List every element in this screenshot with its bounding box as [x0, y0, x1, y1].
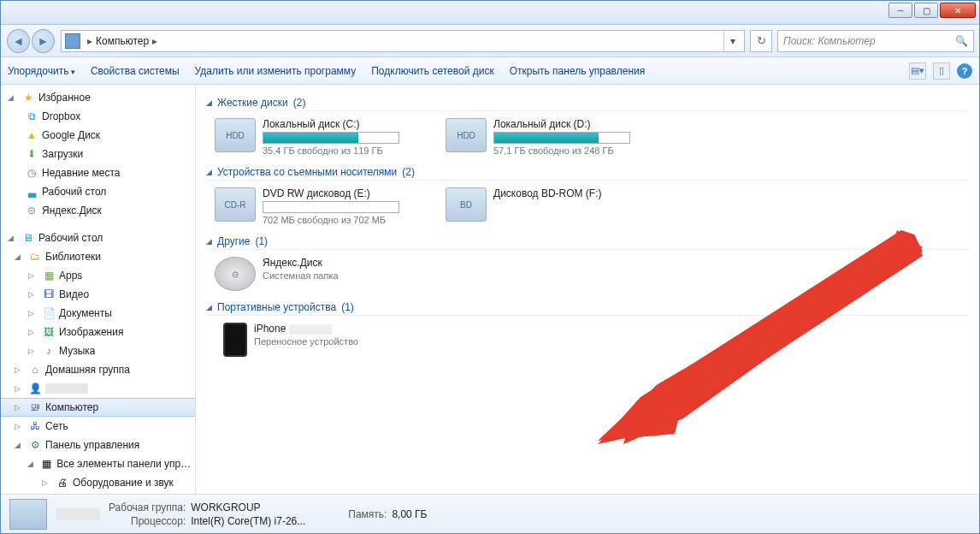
minimize-button[interactable]: ─ [888, 3, 912, 18]
yandex-disk-icon: ⊝ [215, 257, 256, 291]
computer-icon [65, 33, 80, 49]
drive-yandex[interactable]: ⊝ Яндекс.Диск Системная папка [215, 257, 428, 291]
drive-capacity: 57,1 ГБ свободно из 248 ГБ [493, 145, 659, 156]
gdrive-icon: ▲ [25, 128, 38, 142]
tree-downloads[interactable]: ⬇Загрузки [1, 145, 195, 163]
apps-icon: ▦ [42, 269, 56, 282]
recent-icon: ◷ [25, 166, 38, 180]
group-title: Портативные устройства [217, 301, 336, 313]
tree-homegroup[interactable]: ▷⌂Домашняя группа [1, 360, 195, 379]
tree-desktop[interactable]: ◢🖥Рабочий стол [1, 228, 195, 247]
group-title: Другие [217, 235, 250, 247]
map-drive-button[interactable]: Подключить сетевой диск [371, 65, 493, 77]
drive-sub: Системная папка [263, 270, 428, 281]
group-removable[interactable]: ◢ Устройства со съемными носителями (2) [206, 166, 969, 181]
bd-icon: BD [446, 187, 487, 222]
drive-capacity: 702 МБ свободно из 702 МБ [263, 215, 428, 225]
maximize-button[interactable]: ▢ [914, 3, 938, 18]
group-count: (1) [341, 301, 354, 313]
desktop-icon: 🖥 [21, 231, 35, 245]
toolbar: Упорядочить Свойства системы Удалить или… [1, 57, 979, 85]
drive-d[interactable]: HDD Локальный диск (D:) 57,1 ГБ свободно… [446, 118, 659, 156]
view-button[interactable]: ▤▾ [909, 62, 926, 80]
svg-marker-1 [598, 384, 675, 444]
libraries-icon: 🗂 [28, 250, 42, 264]
open-control-panel-button[interactable]: Открыть панель управления [510, 65, 646, 77]
hdd-icon: HDD [215, 118, 256, 152]
drive-name: DVD RW дисковод (E:) [263, 187, 428, 199]
tree-user[interactable]: ▷👤 [1, 379, 195, 398]
drive-capacity: 35,4 ГБ свободно из 119 ГБ [263, 145, 428, 156]
computer-icon: 🖳 [28, 400, 42, 414]
network-icon: 🖧 [28, 419, 42, 433]
tree-recent[interactable]: ◷Недавние места [1, 163, 195, 182]
system-properties-button[interactable]: Свойства системы [91, 65, 180, 77]
cpl-all-icon: ▦ [40, 457, 53, 471]
hdd-icon: HDD [446, 118, 487, 152]
organize-menu[interactable]: Упорядочить [8, 65, 75, 77]
cpu-value: Intel(R) Core(TM) i7-26... [191, 515, 305, 527]
uninstall-program-button[interactable]: Удалить или изменить программу [195, 65, 357, 77]
tree-apps[interactable]: ▷▦Apps [1, 266, 195, 285]
tree-computer[interactable]: ▷🖳Компьютер [1, 398, 195, 417]
group-title: Устройства со съемными носителями [217, 166, 397, 178]
preview-pane-button[interactable]: ▯ [933, 62, 950, 80]
breadcrumb-dropdown[interactable]: ▾ [723, 30, 741, 52]
chevron-down-icon: ◢ [206, 237, 212, 246]
close-button[interactable]: ✕ [940, 3, 976, 18]
help-button[interactable]: ? [957, 63, 972, 79]
chevron-right-icon: ▸ [149, 35, 161, 47]
pictures-icon: 🖼 [42, 325, 56, 339]
body: ◢★Избранное ⧉Dropbox ▲Google Диск ⬇Загру… [1, 85, 979, 494]
content-pane: ◢ Жесткие диски (2) HDD Локальный диск (… [196, 85, 979, 494]
chevron-down-icon: ◢ [206, 168, 212, 176]
tree-favorites[interactable]: ◢★Избранное [1, 88, 195, 107]
documents-icon: 📄 [42, 306, 56, 320]
drive-c[interactable]: HDD Локальный диск (C:) 35,4 ГБ свободно… [215, 118, 428, 156]
tree-dropbox[interactable]: ⧉Dropbox [1, 107, 195, 126]
svg-marker-3 [598, 384, 679, 441]
tree-pictures[interactable]: ▷🖼Изображения [1, 323, 195, 341]
tree-documents[interactable]: ▷📄Документы [1, 304, 195, 323]
tree-network[interactable]: ▷🖧Сеть [1, 417, 195, 436]
tree-videos[interactable]: ▷🎞Видео [1, 285, 195, 304]
desktop-icon: ▃ [25, 185, 38, 199]
status-bar: Рабочая группа: WORKGROUP Процессор: Int… [1, 494, 979, 533]
titlebar: ─ ▢ ✕ [1, 1, 979, 25]
breadcrumb[interactable]: ▸ Компьютер ▸ ▾ [61, 30, 745, 52]
tree-cpl-all[interactable]: ◢▦Все элементы панели управле [1, 454, 195, 473]
chevron-right-icon: ▸ [84, 35, 96, 47]
drive-iphone[interactable]: iPhone Переносное устройство [215, 323, 428, 357]
computer-icon [9, 499, 47, 530]
nav-arrows: ◄ ► [6, 28, 56, 54]
back-button[interactable]: ◄ [7, 29, 30, 53]
breadcrumb-item[interactable]: Компьютер [96, 35, 149, 47]
search-input[interactable]: Поиск: Компьютер 🔍 [777, 30, 974, 52]
tree-cpl-hw[interactable]: ▷🖨Оборудование и звук [1, 473, 195, 492]
workgroup-value: WORKGROUP [191, 501, 305, 513]
user-icon: 👤 [28, 382, 42, 395]
tree-yandex[interactable]: ⊝Яндекс.Диск [1, 201, 195, 220]
control-panel-icon: ⚙ [28, 438, 42, 452]
tree-music[interactable]: ▷♪Музыка [1, 341, 195, 360]
drive-f[interactable]: BD Дисковод BD-ROM (F:) [446, 187, 659, 225]
forward-button[interactable]: ► [32, 29, 55, 53]
nav-bar: ◄ ► ▸ Компьютер ▸ ▾ ↻ Поиск: Компьютер 🔍 [1, 25, 979, 57]
video-icon: 🎞 [42, 288, 56, 301]
refresh-button[interactable]: ↻ [750, 30, 772, 52]
music-icon: ♪ [42, 344, 56, 358]
capacity-bar [263, 201, 399, 213]
tree-desktop-fav[interactable]: ▃Рабочий стол [1, 182, 195, 201]
group-other[interactable]: ◢ Другие (1) [206, 235, 969, 250]
memory-label: Память: [348, 508, 387, 520]
tree-control-panel[interactable]: ◢⚙Панель управления [1, 436, 195, 454]
search-placeholder: Поиск: Компьютер [783, 35, 876, 47]
nav-tree: ◢★Избранное ⧉Dropbox ▲Google Диск ⬇Загру… [1, 85, 196, 494]
group-hdd[interactable]: ◢ Жесткие диски (2) [206, 97, 969, 111]
yandex-disk-icon: ⊝ [25, 204, 38, 217]
capacity-bar [493, 132, 630, 144]
tree-gdrive[interactable]: ▲Google Диск [1, 126, 195, 145]
group-portable[interactable]: ◢ Портативные устройства (1) [206, 301, 969, 316]
tree-libraries[interactable]: ◢🗂Библиотеки [1, 247, 195, 266]
drive-e[interactable]: CD-R DVD RW дисковод (E:) 702 МБ свободн… [215, 187, 428, 225]
